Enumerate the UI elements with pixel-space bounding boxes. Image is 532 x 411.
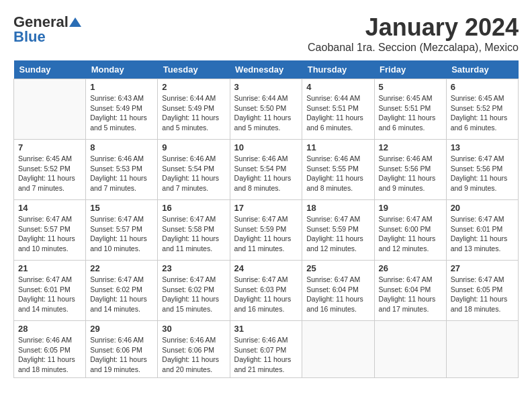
sunset-text: Sunset: 5:59 PM	[306, 224, 369, 234]
daylight-text: Daylight: 11 hours and 9 minutes.	[451, 173, 514, 193]
day-info: Sunrise: 6:45 AMSunset: 5:51 PMDaylight:…	[379, 93, 442, 133]
daylight-text: Daylight: 11 hours and 9 minutes.	[379, 173, 442, 193]
sunset-text: Sunset: 6:03 PM	[234, 285, 298, 295]
sunset-text: Sunset: 5:54 PM	[162, 164, 225, 174]
sunset-text: Sunset: 5:53 PM	[90, 164, 153, 174]
daylight-text: Daylight: 11 hours and 14 minutes.	[90, 294, 153, 314]
daylight-text: Daylight: 11 hours and 11 minutes.	[162, 234, 225, 253]
sunrise-text: Sunrise: 6:47 AM	[90, 275, 153, 285]
day-number: 17	[234, 203, 298, 213]
daylight-text: Daylight: 11 hours and 7 minutes.	[90, 173, 153, 193]
daylight-text: Daylight: 11 hours and 6 minutes.	[306, 113, 369, 132]
sunrise-text: Sunrise: 6:46 AM	[162, 335, 225, 345]
day-info: Sunrise: 6:45 AMSunset: 5:52 PMDaylight:…	[18, 154, 81, 193]
sunset-text: Sunset: 5:58 PM	[162, 224, 225, 234]
daylight-text: Daylight: 11 hours and 5 minutes.	[90, 113, 153, 132]
day-number: 12	[379, 142, 442, 152]
sunset-text: Sunset: 6:01 PM	[18, 285, 81, 295]
sunset-text: Sunset: 5:51 PM	[379, 103, 442, 113]
daylight-text: Daylight: 11 hours and 6 minutes.	[451, 113, 514, 132]
calendar-cell: 3Sunrise: 6:44 AMSunset: 5:50 PMDaylight…	[230, 79, 302, 140]
sunrise-text: Sunrise: 6:47 AM	[451, 154, 514, 164]
daylight-text: Daylight: 11 hours and 7 minutes.	[18, 173, 81, 193]
day-number: 4	[306, 82, 369, 92]
daylight-text: Daylight: 11 hours and 21 minutes.	[234, 355, 298, 374]
calendar-cell: 28Sunrise: 6:46 AMSunset: 6:05 PMDayligh…	[14, 321, 86, 378]
calendar-cell: 19Sunrise: 6:47 AMSunset: 6:00 PMDayligh…	[374, 200, 446, 261]
day-number: 3	[234, 82, 298, 92]
weekday-header: Thursday	[302, 60, 374, 79]
day-info: Sunrise: 6:47 AMSunset: 5:57 PMDaylight:…	[90, 214, 153, 254]
sunrise-text: Sunrise: 6:47 AM	[90, 214, 153, 224]
day-info: Sunrise: 6:46 AMSunset: 5:56 PMDaylight:…	[379, 154, 442, 193]
sunrise-text: Sunrise: 6:47 AM	[234, 214, 298, 224]
day-number: 5	[379, 82, 442, 92]
day-number: 14	[18, 203, 81, 213]
day-number: 1	[90, 82, 153, 92]
sunrise-text: Sunrise: 6:46 AM	[18, 335, 81, 345]
day-number: 11	[306, 142, 369, 152]
daylight-text: Daylight: 11 hours and 18 minutes.	[451, 294, 514, 314]
daylight-text: Daylight: 11 hours and 15 minutes.	[162, 294, 225, 314]
sunset-text: Sunset: 5:56 PM	[379, 164, 442, 174]
daylight-text: Daylight: 11 hours and 8 minutes.	[234, 173, 298, 193]
daylight-text: Daylight: 11 hours and 11 minutes.	[234, 234, 298, 253]
sunrise-text: Sunrise: 6:47 AM	[379, 214, 442, 224]
day-number: 24	[234, 263, 298, 273]
day-info: Sunrise: 6:45 AMSunset: 5:52 PMDaylight:…	[451, 93, 514, 133]
sunset-text: Sunset: 5:49 PM	[90, 103, 153, 113]
calendar-cell: 7Sunrise: 6:45 AMSunset: 5:52 PMDaylight…	[14, 140, 86, 200]
sunrise-text: Sunrise: 6:47 AM	[18, 275, 81, 285]
sunset-text: Sunset: 6:05 PM	[451, 285, 514, 295]
page-header: General Blue January 2024 Caobanal 1ra. …	[13, 13, 519, 54]
calendar-cell: 16Sunrise: 6:47 AMSunset: 5:58 PMDayligh…	[158, 200, 230, 261]
sunrise-text: Sunrise: 6:46 AM	[90, 154, 153, 164]
day-number: 2	[162, 82, 225, 92]
calendar-cell: 18Sunrise: 6:47 AMSunset: 5:59 PMDayligh…	[302, 200, 374, 261]
weekday-header: Wednesday	[230, 60, 302, 79]
day-number: 27	[451, 263, 514, 273]
sunrise-text: Sunrise: 6:46 AM	[306, 154, 369, 164]
sunset-text: Sunset: 6:00 PM	[379, 224, 442, 234]
sunset-text: Sunset: 5:54 PM	[234, 164, 298, 174]
sunrise-text: Sunrise: 6:46 AM	[234, 154, 298, 164]
sunset-text: Sunset: 6:01 PM	[451, 224, 514, 234]
day-info: Sunrise: 6:43 AMSunset: 5:49 PMDaylight:…	[90, 93, 153, 133]
day-info: Sunrise: 6:47 AMSunset: 6:04 PMDaylight:…	[379, 275, 442, 314]
sunset-text: Sunset: 5:59 PM	[234, 224, 298, 234]
day-number: 25	[306, 263, 369, 273]
calendar-week-row: 28Sunrise: 6:46 AMSunset: 6:05 PMDayligh…	[14, 321, 519, 378]
day-info: Sunrise: 6:46 AMSunset: 6:06 PMDaylight:…	[90, 335, 153, 375]
day-number: 18	[306, 203, 369, 213]
day-number: 29	[90, 324, 153, 334]
daylight-text: Daylight: 11 hours and 16 minutes.	[306, 294, 369, 314]
sunrise-text: Sunrise: 6:45 AM	[18, 154, 81, 164]
sunrise-text: Sunrise: 6:47 AM	[162, 275, 225, 285]
daylight-text: Daylight: 11 hours and 13 minutes.	[451, 234, 514, 253]
sunrise-text: Sunrise: 6:47 AM	[306, 214, 369, 224]
sunrise-text: Sunrise: 6:46 AM	[379, 154, 442, 164]
sunset-text: Sunset: 5:50 PM	[234, 103, 298, 113]
logo-blue: Blue	[13, 28, 46, 46]
daylight-text: Daylight: 11 hours and 18 minutes.	[18, 355, 81, 374]
calendar-cell: 5Sunrise: 6:45 AMSunset: 5:51 PMDaylight…	[374, 79, 446, 140]
sunset-text: Sunset: 6:02 PM	[162, 285, 225, 295]
calendar-cell	[302, 321, 374, 378]
daylight-text: Daylight: 11 hours and 14 minutes.	[18, 294, 81, 314]
sunset-text: Sunset: 5:57 PM	[90, 224, 153, 234]
sunrise-text: Sunrise: 6:47 AM	[451, 275, 514, 285]
calendar-cell: 25Sunrise: 6:47 AMSunset: 6:04 PMDayligh…	[302, 261, 374, 321]
daylight-text: Daylight: 11 hours and 17 minutes.	[379, 294, 442, 314]
day-info: Sunrise: 6:44 AMSunset: 5:49 PMDaylight:…	[162, 93, 225, 133]
day-number: 8	[90, 142, 153, 152]
day-number: 13	[451, 142, 514, 152]
sunset-text: Sunset: 6:05 PM	[18, 345, 81, 355]
sunrise-text: Sunrise: 6:45 AM	[451, 93, 514, 103]
day-number: 21	[18, 263, 81, 273]
day-info: Sunrise: 6:47 AMSunset: 6:05 PMDaylight:…	[451, 275, 514, 314]
day-info: Sunrise: 6:47 AMSunset: 6:02 PMDaylight:…	[162, 275, 225, 314]
calendar-cell	[446, 321, 518, 378]
calendar-cell: 6Sunrise: 6:45 AMSunset: 5:52 PMDaylight…	[446, 79, 518, 140]
daylight-text: Daylight: 11 hours and 20 minutes.	[162, 355, 225, 374]
calendar-cell	[374, 321, 446, 378]
